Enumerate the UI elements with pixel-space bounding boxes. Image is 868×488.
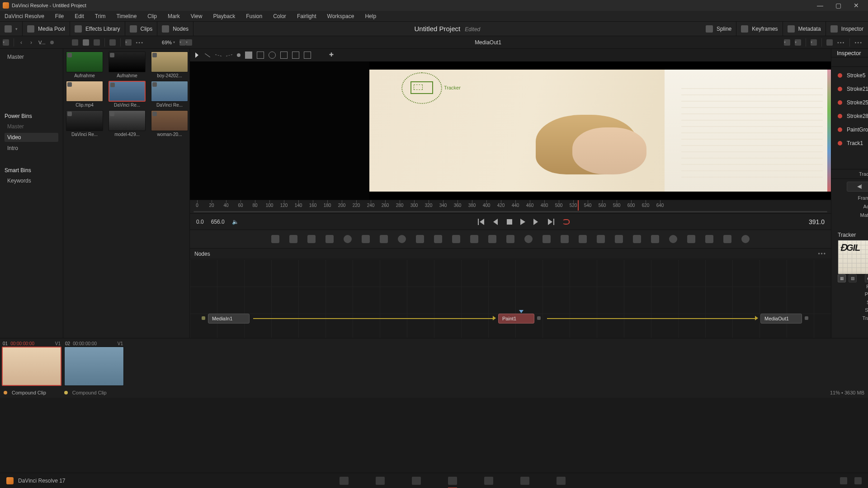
nodes-canvas[interactable]: MediaIn1 Paint1 MediaOut1 bbox=[190, 259, 831, 338]
viewer-fit-icon[interactable] bbox=[179, 39, 186, 46]
viewer-lut-icon[interactable] bbox=[186, 39, 192, 46]
page-cut-icon[interactable] bbox=[376, 477, 385, 485]
tool-blur-icon[interactable] bbox=[380, 235, 388, 243]
menu-clip[interactable]: Clip bbox=[146, 12, 159, 20]
viewer-more-icon[interactable]: ••• bbox=[837, 40, 845, 45]
bin-layout-icon[interactable] bbox=[3, 39, 9, 46]
strip-clip[interactable]: 0100:00:00:00V1 bbox=[2, 340, 61, 386]
tool-fastnoise-icon[interactable] bbox=[289, 235, 297, 243]
menu-fairlight[interactable]: Fairlight bbox=[295, 12, 318, 20]
nodes-menu-icon[interactable]: ••• bbox=[818, 251, 826, 257]
strip-thumb[interactable] bbox=[64, 347, 124, 386]
select-tool-icon[interactable] bbox=[195, 52, 200, 58]
tab-tools[interactable]: Tools bbox=[831, 57, 868, 66]
modifier-row[interactable]: Stroke5 bbox=[831, 69, 868, 82]
search-icon[interactable] bbox=[109, 39, 116, 46]
spline-toggle[interactable]: Spline bbox=[701, 22, 736, 36]
viewer-color-icon[interactable] bbox=[795, 39, 801, 46]
add-point-icon[interactable]: ✚ bbox=[329, 52, 336, 59]
step-back-button[interactable] bbox=[492, 219, 499, 225]
audio-icon[interactable]: 🔈 bbox=[232, 219, 239, 225]
tool-bitmap-icon[interactable] bbox=[579, 235, 587, 243]
tool-tracker-icon[interactable] bbox=[344, 235, 352, 243]
clip-item[interactable]: DaVinci Re... bbox=[151, 81, 188, 108]
tool-keyer-icon[interactable] bbox=[615, 235, 623, 243]
tool-shape3d-icon[interactable] bbox=[669, 235, 677, 243]
tool-matte-icon[interactable] bbox=[452, 235, 460, 243]
tool-transform-icon[interactable] bbox=[488, 235, 496, 243]
step-fwd-button[interactable] bbox=[533, 219, 540, 225]
bin-master[interactable]: Master bbox=[5, 52, 58, 61]
mask-wand-icon[interactable] bbox=[292, 52, 299, 59]
mask-poly-icon[interactable] bbox=[280, 52, 288, 59]
viewer-dual-icon[interactable] bbox=[826, 39, 833, 46]
tool-bspline-icon[interactable] bbox=[561, 235, 569, 243]
page-fusion-icon[interactable] bbox=[448, 477, 457, 485]
modifier-row[interactable]: Stroke28 bbox=[831, 109, 868, 123]
more-icon[interactable]: ••• bbox=[136, 40, 144, 45]
strip-clip[interactable]: 0200:00:00:00V1 bbox=[64, 340, 124, 386]
chip-toggle-icon[interactable]: ◐ bbox=[865, 274, 868, 282]
tool-channelbool-icon[interactable] bbox=[434, 235, 442, 243]
power-bin-intro[interactable]: Intro bbox=[5, 144, 58, 153]
box-tool-icon[interactable] bbox=[245, 52, 252, 59]
tool-background-icon[interactable] bbox=[271, 235, 279, 243]
enable-dot-icon[interactable] bbox=[838, 87, 842, 91]
clip-item[interactable]: DaVinci Re... bbox=[108, 81, 146, 108]
clips-toggle[interactable]: Clips bbox=[125, 22, 158, 36]
mask-rect-icon[interactable] bbox=[257, 52, 264, 59]
modifier-row[interactable]: PaintGroup1 bbox=[831, 123, 868, 136]
layout-dropdown[interactable]: ▾ bbox=[0, 22, 23, 36]
maximize-button[interactable]: ▢ bbox=[829, 0, 847, 10]
stop-button[interactable] bbox=[507, 219, 512, 225]
view-grid-icon[interactable] bbox=[83, 39, 89, 46]
menu-workspace[interactable]: Workspace bbox=[326, 12, 356, 20]
clip-item[interactable]: DaVinci Re... bbox=[66, 110, 103, 137]
clip-item[interactable]: Clip.mp4 bbox=[66, 81, 103, 108]
tool-merge-icon[interactable] bbox=[416, 235, 424, 243]
chip-show2-icon[interactable]: ▨ bbox=[849, 274, 857, 282]
menu-mark[interactable]: Mark bbox=[166, 12, 182, 20]
tool-polygon-icon[interactable] bbox=[542, 235, 551, 243]
menu-playback[interactable]: Playback bbox=[211, 12, 237, 20]
keyframes-toggle[interactable]: Keyframes bbox=[736, 22, 783, 36]
play-button[interactable] bbox=[520, 219, 525, 225]
pattern-patch[interactable]: ƉGIL bbox=[838, 240, 868, 274]
home-icon[interactable] bbox=[840, 477, 847, 484]
page-color-icon[interactable] bbox=[484, 477, 493, 485]
menu-help[interactable]: Help bbox=[363, 12, 378, 20]
tool-text-icon[interactable] bbox=[307, 235, 316, 243]
inspector-more-icon[interactable]: ••• bbox=[854, 40, 863, 45]
enable-dot-icon[interactable] bbox=[838, 100, 842, 105]
metadata-toggle[interactable]: Metadata bbox=[783, 22, 826, 36]
tool-camera3d-icon[interactable] bbox=[705, 235, 713, 243]
sort-icon[interactable] bbox=[125, 39, 132, 46]
page-media-icon[interactable] bbox=[340, 477, 349, 485]
project-settings-icon[interactable] bbox=[854, 477, 862, 484]
current-frame[interactable]: 391.0 bbox=[809, 218, 825, 225]
mask-bspline-icon[interactable] bbox=[304, 52, 311, 59]
tool-wand-icon[interactable] bbox=[597, 235, 605, 243]
nav-back[interactable]: ‹ bbox=[19, 39, 24, 46]
tool-colorcorr-icon[interactable] bbox=[362, 235, 370, 243]
minimize-button[interactable]: — bbox=[811, 0, 829, 10]
modifier-row[interactable]: Stroke25 bbox=[831, 96, 868, 109]
spline-tool-icon[interactable] bbox=[215, 54, 222, 56]
menu-edit[interactable]: Edit bbox=[73, 12, 86, 20]
line-tool-icon[interactable] bbox=[205, 53, 210, 57]
nodes-toggle[interactable]: Nodes bbox=[157, 22, 193, 36]
menu-davinci[interactable]: DaVinci Resolve bbox=[3, 12, 46, 20]
node-mediain[interactable]: MediaIn1 bbox=[208, 314, 250, 324]
viewer-canvas[interactable]: Tracker bbox=[190, 61, 831, 200]
tool-brightness-icon[interactable] bbox=[398, 235, 406, 243]
viewer-roi-icon[interactable] bbox=[784, 39, 790, 46]
tool-planar-icon[interactable] bbox=[633, 235, 641, 243]
mask-ellipse-icon[interactable] bbox=[269, 52, 276, 59]
menu-file[interactable]: File bbox=[53, 12, 66, 20]
enable-dot-icon[interactable] bbox=[838, 141, 842, 145]
modifier-row[interactable]: Stroke21 bbox=[831, 82, 868, 96]
go-last-button[interactable] bbox=[548, 219, 554, 225]
node-mediaout[interactable]: MediaOut1 bbox=[760, 314, 802, 324]
menu-timeline[interactable]: Timeline bbox=[114, 12, 138, 20]
enable-dot-icon[interactable] bbox=[838, 114, 842, 118]
